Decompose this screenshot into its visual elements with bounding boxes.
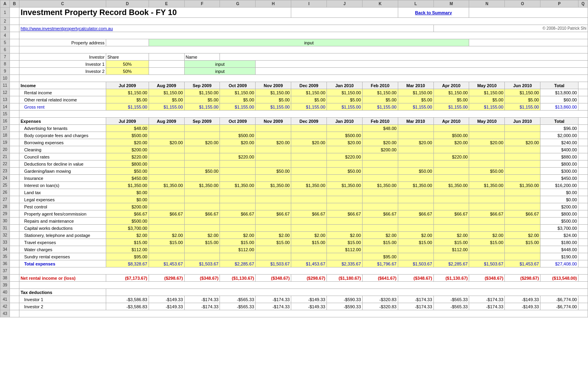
interest-apr[interactable]: $1,350.00	[433, 182, 469, 189]
borrowing-nov[interactable]: $20.00	[256, 139, 291, 146]
sundry-may[interactable]	[469, 253, 505, 260]
sundry-aug[interactable]	[149, 253, 184, 260]
rental-income-jan[interactable]: $1,150.00	[327, 89, 363, 96]
council-oct[interactable]: $220.00	[220, 153, 256, 160]
interest-jul[interactable]: $1,350.00	[106, 182, 149, 189]
agent-nov[interactable]: $66.67	[256, 210, 291, 218]
gardening-may[interactable]: $50.00	[469, 168, 505, 175]
interest-jun[interactable]: $1,350.00	[505, 182, 540, 189]
stationery-dec[interactable]: $2.00	[291, 232, 327, 239]
pest-mar[interactable]	[398, 203, 433, 210]
decline-mar[interactable]	[398, 160, 433, 168]
gardening-jun[interactable]	[505, 168, 540, 175]
capital-jan[interactable]	[327, 225, 363, 232]
legal-jul[interactable]: $0.00	[106, 196, 149, 203]
insurance-dec[interactable]	[291, 175, 327, 182]
water-sep[interactable]	[184, 246, 220, 253]
agent-mar[interactable]: $66.67	[398, 210, 433, 218]
rental-income-aug[interactable]: $1,150.00	[149, 89, 184, 96]
cleaning-oct[interactable]	[220, 146, 256, 153]
travel-jun[interactable]: $15.00	[505, 239, 540, 246]
repairs-sep[interactable]	[184, 218, 220, 225]
legal-oct[interactable]	[220, 196, 256, 203]
other-income-oct[interactable]: $5.00	[220, 96, 256, 103]
investor2-name[interactable]: input	[184, 68, 256, 75]
council-dec[interactable]	[291, 153, 327, 160]
decline-apr[interactable]	[433, 160, 469, 168]
pest-jan[interactable]	[327, 203, 363, 210]
other-income-aug[interactable]: $5.00	[149, 96, 184, 103]
land-tax-apr[interactable]	[433, 189, 469, 196]
legal-sep[interactable]	[184, 196, 220, 203]
sundry-jun[interactable]	[505, 253, 540, 260]
insurance-nov[interactable]	[256, 175, 291, 182]
other-income-dec[interactable]: $5.00	[291, 96, 327, 103]
land-tax-nov[interactable]	[256, 189, 291, 196]
repairs-mar[interactable]	[398, 218, 433, 225]
travel-jul[interactable]: $15.00	[106, 239, 149, 246]
advertising-mar[interactable]	[398, 125, 433, 132]
stationery-feb[interactable]: $2.00	[362, 232, 398, 239]
other-income-jul[interactable]: $5.00	[106, 96, 149, 103]
pest-nov[interactable]	[256, 203, 291, 210]
decline-oct[interactable]	[220, 160, 256, 168]
land-tax-feb[interactable]	[362, 189, 398, 196]
agent-oct[interactable]: $66.67	[220, 210, 256, 218]
insurance-sep[interactable]	[184, 175, 220, 182]
land-tax-jun[interactable]	[505, 189, 540, 196]
travel-aug[interactable]: $15.00	[149, 239, 184, 246]
pest-feb[interactable]	[362, 203, 398, 210]
sundry-jul[interactable]: $95.00	[106, 253, 149, 260]
insurance-jan[interactable]	[327, 175, 363, 182]
repairs-aug[interactable]	[149, 218, 184, 225]
council-nov[interactable]	[256, 153, 291, 160]
travel-jan[interactable]: $15.00	[327, 239, 363, 246]
repairs-may[interactable]	[469, 218, 505, 225]
gardening-oct[interactable]	[220, 168, 256, 175]
legal-mar[interactable]	[398, 196, 433, 203]
water-jul[interactable]: $112.00	[106, 246, 149, 253]
gardening-feb[interactable]	[362, 168, 398, 175]
stationery-jan[interactable]: $2.00	[327, 232, 363, 239]
stationery-nov[interactable]: $2.00	[256, 232, 291, 239]
body-may[interactable]	[469, 132, 505, 139]
insurance-oct[interactable]	[220, 175, 256, 182]
cleaning-jan[interactable]	[327, 146, 363, 153]
legal-nov[interactable]	[256, 196, 291, 203]
advertising-jun[interactable]	[505, 125, 540, 132]
legal-feb[interactable]	[362, 196, 398, 203]
gardening-jul[interactable]: $50.00	[106, 168, 149, 175]
borrowing-mar[interactable]: $20.00	[398, 139, 433, 146]
repairs-jul[interactable]: $500.00	[106, 218, 149, 225]
repairs-jan[interactable]	[327, 218, 363, 225]
cleaning-nov[interactable]	[256, 146, 291, 153]
cleaning-dec[interactable]	[291, 146, 327, 153]
pest-dec[interactable]	[291, 203, 327, 210]
gardening-mar[interactable]: $50.00	[398, 168, 433, 175]
repairs-dec[interactable]	[291, 218, 327, 225]
council-jul[interactable]: $220.00	[106, 153, 149, 160]
insurance-jul[interactable]: $450.00	[106, 175, 149, 182]
interest-nov[interactable]: $1,350.00	[256, 182, 291, 189]
rental-income-oct[interactable]: $1,150.00	[220, 89, 256, 96]
sundry-dec[interactable]	[291, 253, 327, 260]
travel-mar[interactable]: $15.00	[398, 239, 433, 246]
interest-jan[interactable]: $1,350.00	[327, 182, 363, 189]
council-sep[interactable]	[184, 153, 220, 160]
sundry-sep[interactable]	[184, 253, 220, 260]
stationery-jun[interactable]: $2.00	[505, 232, 540, 239]
insurance-jun[interactable]	[505, 175, 540, 182]
insurance-feb[interactable]	[362, 175, 398, 182]
decline-feb[interactable]	[362, 160, 398, 168]
pest-apr[interactable]	[433, 203, 469, 210]
insurance-aug[interactable]	[149, 175, 184, 182]
land-tax-oct[interactable]	[220, 189, 256, 196]
legal-may[interactable]	[469, 196, 505, 203]
travel-sep[interactable]: $15.00	[184, 239, 220, 246]
other-income-mar[interactable]: $5.00	[398, 96, 433, 103]
borrowing-may[interactable]: $20.00	[469, 139, 505, 146]
decline-sep[interactable]	[184, 160, 220, 168]
insurance-mar[interactable]	[398, 175, 433, 182]
decline-jul[interactable]: $800.00	[106, 160, 149, 168]
agent-jan[interactable]: $66.67	[327, 210, 363, 218]
